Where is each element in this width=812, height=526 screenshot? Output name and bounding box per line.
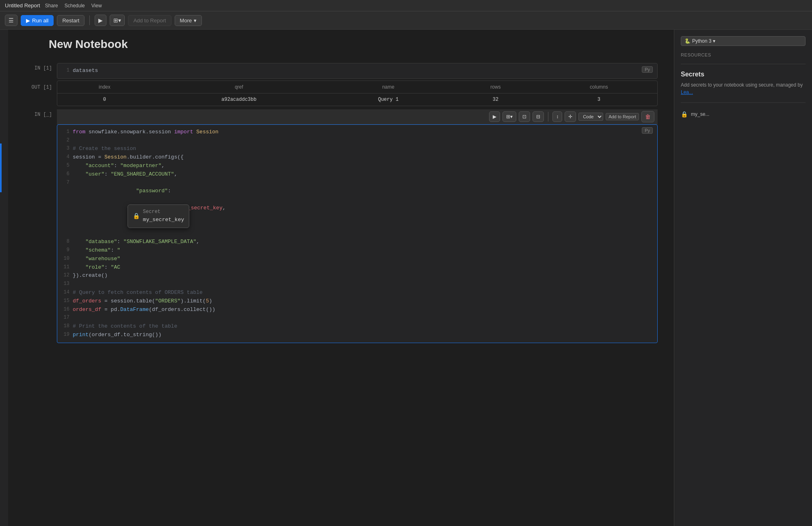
toolbar-separator <box>89 15 90 25</box>
menu-share[interactable]: Share <box>45 3 58 9</box>
toolbar: ☰ ▶ Run all Restart ▶ ⊞▾ Add to Report M… <box>0 11 812 30</box>
code-line: 16 orders_df = pd.DataFrame(df_orders.co… <box>57 306 657 314</box>
code-line: 18 # Print the contents of the table <box>57 322 657 331</box>
secrets-description: Add secrets to your notebook using secur… <box>681 81 806 96</box>
cell-2-code: 1 from snowflake.snowpark.session import… <box>57 125 657 343</box>
code-line: 2 <box>57 137 657 145</box>
cell-2-content[interactable]: 1 from snowflake.snowpark.session import… <box>57 124 658 343</box>
lock-icon: 🔒 <box>133 212 140 221</box>
right-sidebar: 🐍 Python 3 ▾ Resources Secrets Add secre… <box>674 30 812 526</box>
code-line: 1 from snowflake.snowpark.session import… <box>57 128 657 137</box>
learn-more-link[interactable]: Lea... <box>681 89 693 95</box>
resources-label: Resources <box>681 52 806 57</box>
title-bar: Untitled Report Share Schedule View <box>0 0 812 11</box>
python-icon: 🐍 <box>684 38 691 44</box>
run-cell-button[interactable]: ▶ <box>95 15 106 26</box>
restart-button[interactable]: Restart <box>57 15 84 26</box>
sidebar-divider-1 <box>681 64 806 64</box>
secret-tooltip: 🔒 Secret my_secret_key <box>128 204 189 228</box>
code-line: 12 }).create() <box>57 272 657 280</box>
cell-columns: 3 <box>541 93 657 106</box>
code-line: 15 df_orders = session.table("ORDERS").l… <box>57 297 657 306</box>
code-line: 4 session = Session.builder.configs({ <box>57 153 657 162</box>
cell-expand-all[interactable]: ✛ <box>565 111 576 122</box>
cell-2-toolbar: ▶ ⊞▾ ⊡ ⊟ ↕ ✛ Code Add to Report 🗑 <box>57 109 658 124</box>
menu-schedule[interactable]: Schedule <box>65 3 85 9</box>
cell-qref: a92acaddc3bb <box>152 93 326 106</box>
run-all-play-icon: ▶ <box>26 17 30 24</box>
runtime-section: 🐍 Python 3 ▾ <box>681 36 806 46</box>
cell-2-label: IN [_] <box>24 109 57 343</box>
cell-1-code: 1 datasets <box>57 63 657 78</box>
code-line-1: 1 datasets <box>57 67 657 75</box>
cell-add-to-report[interactable]: Add to Report <box>606 113 639 120</box>
secret-item[interactable]: 🔒 my_se... <box>681 109 806 119</box>
more-chevron-icon: ▾ <box>194 17 197 24</box>
run-all-button[interactable]: ▶ Run all <box>21 15 54 26</box>
cell-1-label: IN [1] <box>24 63 57 79</box>
code-line: 14 # Query to fetch contents of ORDERS t… <box>57 289 657 297</box>
secrets-section: Secrets Add secrets to your notebook usi… <box>681 71 806 119</box>
code-line: 10 "warehouse" <box>57 255 657 263</box>
table-row: 0 a92acaddc3bb Query 1 32 3 <box>57 93 657 106</box>
col-name: name <box>326 81 451 93</box>
lock-icon: 🔒 <box>681 111 688 117</box>
app-title: Untitled Report <box>5 2 40 9</box>
cell-1-content[interactable]: 1 datasets <box>57 63 658 79</box>
add-to-report-button[interactable]: Add to Report <box>128 15 171 26</box>
cell-expand-button[interactable]: ⊡ <box>519 111 530 122</box>
code-line: 6 "user": "ENG_SHARED_ACCOUNT", <box>57 170 657 179</box>
runtime-dropdown[interactable]: 🐍 Python 3 ▾ <box>681 36 806 46</box>
secret-name: my_se... <box>691 111 709 117</box>
code-line: 13 <box>57 280 657 289</box>
output-1-label: OUT [1] <box>24 80 57 106</box>
main-layout: New Notebook IN [1] 1 datasets Py OUT [1… <box>0 30 812 526</box>
sidebar-toggle-button[interactable]: ☰ <box>5 15 17 26</box>
cell-1-wrapper: 1 datasets Py <box>57 63 658 79</box>
cell-toolbar-sep <box>548 112 548 122</box>
cell-run-button[interactable]: ▶ <box>489 111 500 122</box>
cell-collapse-all[interactable]: ↕ <box>552 111 562 122</box>
left-gutter <box>0 30 8 526</box>
cell-rows: 32 <box>450 93 541 106</box>
code-line: 19 print(orders_df.to_string()) <box>57 331 657 339</box>
more-button[interactable]: More ▾ <box>175 15 202 26</box>
line-num-1: 1 <box>61 67 73 74</box>
code-line: 5 "account": "modepartner", <box>57 162 657 170</box>
cell-1: IN [1] 1 datasets Py <box>24 63 658 79</box>
cell-type-select[interactable]: Code <box>578 113 603 121</box>
sidebar-divider-2 <box>681 102 806 103</box>
add-cell-button[interactable]: ⊞▾ <box>110 15 125 26</box>
cell-delete-button[interactable]: 🗑 <box>641 111 654 122</box>
col-qref: qref <box>152 81 326 93</box>
runtime-chevron-icon: ▾ <box>713 38 715 44</box>
code-line-password: 7 "password": my_secret_key, 🔒 Secret <box>57 179 657 238</box>
cell-1-code-content: datasets <box>73 67 654 75</box>
secrets-heading: Secrets <box>681 71 806 78</box>
notebook-area[interactable]: New Notebook IN [1] 1 datasets Py OUT [1… <box>8 30 674 526</box>
col-rows: rows <box>450 81 541 93</box>
cell-2: IN [_] ▶ ⊞▾ ⊡ ⊟ ↕ ✛ Code Add to Report <box>24 109 658 343</box>
cell-2-py-badge: Py <box>642 127 653 134</box>
cell-name: Query 1 <box>326 93 451 106</box>
cell-1-py-badge: Py <box>642 66 653 73</box>
cell-add-button[interactable]: ⊞▾ <box>502 111 516 122</box>
cell-collapse-button[interactable]: ⊟ <box>533 111 544 122</box>
menu-view[interactable]: View <box>91 3 102 9</box>
output-1: OUT [1] index qref name rows columns <box>24 80 658 106</box>
tooltip-container: my_secret_key, 🔒 Secret my_secret_key <box>123 196 226 229</box>
output-1-content: index qref name rows columns 0 a92acaddc… <box>57 80 658 106</box>
code-line: 8 "database": "SNOWFLAKE_SAMPLE_DATA", <box>57 238 657 246</box>
title-bar-menu: Share Schedule View <box>45 3 102 9</box>
notebook-title: New Notebook <box>49 38 658 51</box>
code-line: 9 "schema": " <box>57 246 657 255</box>
cell-index: 0 <box>57 93 152 106</box>
cell-2-wrapper: ▶ ⊞▾ ⊡ ⊟ ↕ ✛ Code Add to Report 🗑 <box>57 109 658 343</box>
code-line: 3 # Create the session <box>57 145 657 153</box>
code-line: 11 "role": "AC <box>57 263 657 272</box>
active-cell-indicator <box>0 143 2 192</box>
col-columns: columns <box>541 81 657 93</box>
code-line: 17 <box>57 314 657 322</box>
col-index: index <box>57 81 152 93</box>
output-table: index qref name rows columns 0 a92acaddc… <box>57 81 657 106</box>
